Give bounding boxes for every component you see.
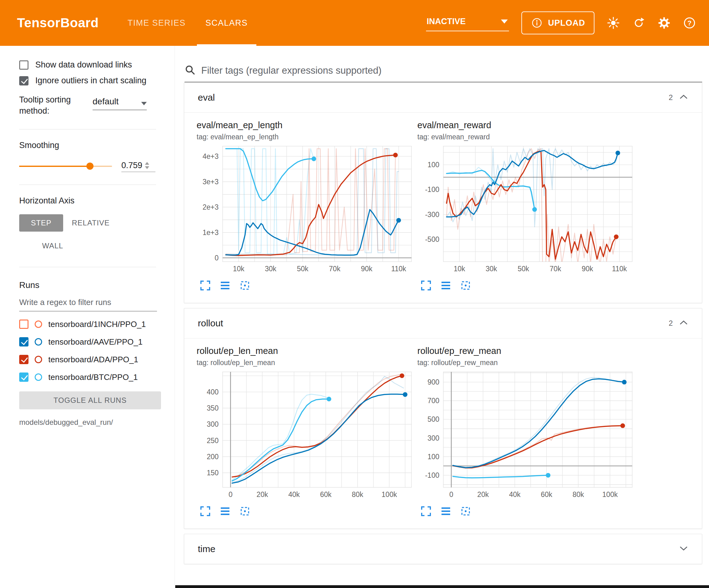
status-label: INACTIVE (427, 17, 466, 26)
tag-filter-field[interactable] (185, 65, 702, 82)
show-download-links-label: Show data download links (35, 60, 132, 70)
tag-filter-input[interactable] (201, 65, 702, 76)
help-icon[interactable]: ? (683, 17, 696, 29)
tooltip-sorting-dropdown[interactable]: default (93, 97, 147, 110)
runs-selector-icon[interactable] (219, 506, 231, 517)
svg-text:300: 300 (207, 420, 218, 428)
run-color-swatch (35, 338, 42, 346)
smoothing-stepper[interactable] (145, 162, 149, 169)
svg-text:50k: 50k (518, 265, 529, 273)
section-header-eval[interactable]: eval 2 (184, 83, 702, 112)
tensorboard-app: TensorBoard TIME SERIES SCALARS INACTIVE… (0, 0, 709, 588)
chevron-up-icon[interactable] (679, 320, 688, 327)
show-download-links-checkbox[interactable] (19, 60, 28, 70)
tooltip-sorting-label: Tooltip sorting method: (19, 94, 80, 117)
line-chart-ep-rew-mean[interactable]: 020k40k60k80k100k-100100300500700900 (417, 370, 634, 503)
svg-text:2e+3: 2e+3 (203, 203, 218, 211)
svg-text:700: 700 (427, 397, 439, 405)
horizontal-axis-label: Horizontal Axis (19, 196, 175, 206)
chevron-up-icon[interactable] (679, 94, 688, 101)
svg-text:110k: 110k (391, 265, 406, 273)
svg-text:40k: 40k (509, 490, 521, 498)
refresh-icon[interactable] (632, 17, 645, 29)
section-header-time[interactable]: time (184, 534, 702, 564)
run-color-swatch (35, 374, 42, 381)
runs-selector-icon[interactable] (219, 280, 231, 291)
tab-time-series[interactable]: TIME SERIES (117, 0, 196, 46)
runs-selector-icon[interactable] (440, 280, 451, 291)
tooltip-sorting-row: Tooltip sorting method: default (19, 94, 175, 117)
line-chart-ep-len-mean[interactable]: 020k40k60k80k100k150200250300350400 (196, 370, 413, 503)
app-title: TensorBoard (17, 16, 105, 30)
axis-relative-button[interactable]: RELATIVE (63, 214, 118, 232)
axis-button-group: STEP RELATIVE (19, 214, 175, 232)
smoothing-input[interactable] (121, 161, 145, 170)
svg-text:-100: -100 (425, 471, 439, 479)
step-down-icon[interactable] (145, 166, 149, 169)
search-icon (185, 65, 196, 77)
line-chart-mean-ep-length[interactable]: 10k30k50k70k90k110k01e+32e+33e+34e+3 (196, 144, 413, 277)
svg-text:40k: 40k (288, 490, 300, 498)
run-row-aave[interactable]: tensorboard/AAVE/PPO_1 (19, 337, 175, 347)
fit-domain-icon[interactable] (460, 506, 471, 517)
svg-text:0: 0 (229, 490, 233, 498)
ignore-outliers-checkbox[interactable] (19, 76, 28, 85)
run-checkbox[interactable] (19, 373, 28, 382)
header-actions: INACTIVE UPLOAD (426, 11, 696, 34)
slider-thumb[interactable] (86, 162, 94, 170)
axis-wall-button[interactable]: WALL (33, 237, 72, 255)
run-label: tensorboard/AAVE/PPO_1 (48, 337, 142, 347)
svg-text:60k: 60k (320, 490, 332, 498)
svg-text:20k: 20k (477, 490, 489, 498)
chart-toolbar (200, 280, 415, 291)
axis-step-button[interactable]: STEP (19, 214, 63, 232)
runs-heading: Runs (19, 280, 175, 290)
chart-toolbar (200, 506, 415, 517)
runs-filter-input[interactable] (19, 298, 157, 311)
ignore-outliers-label: Ignore outliers in chart scaling (35, 76, 147, 85)
line-chart-mean-reward[interactable]: 10k30k50k70k90k110k100-100-300-500 (417, 144, 634, 277)
fit-domain-icon[interactable] (239, 506, 251, 517)
run-color-swatch (35, 356, 42, 363)
section-header-rollout[interactable]: rollout 2 (184, 308, 702, 338)
svg-text:90k: 90k (361, 265, 373, 273)
svg-text:10k: 10k (233, 265, 244, 273)
ignore-outliers-row[interactable]: Ignore outliers in chart scaling (19, 76, 175, 85)
svg-text:0: 0 (449, 490, 453, 498)
step-up-icon[interactable] (145, 162, 149, 165)
svg-text:3e+3: 3e+3 (203, 178, 218, 186)
run-row-1inch[interactable]: tensorboard/1INCH/PPO_1 (19, 319, 175, 329)
fit-domain-icon[interactable] (239, 280, 251, 291)
show-download-links-row[interactable]: Show data download links (19, 60, 175, 70)
divider (19, 129, 156, 129)
chart-block-mean-ep-length: eval/mean_ep_length tag: eval/mean_ep_le… (196, 120, 415, 291)
run-checkbox[interactable] (19, 355, 28, 364)
run-label: tensorboard/ADA/PPO_1 (48, 355, 138, 364)
run-color-swatch (35, 321, 42, 328)
svg-text:1e+3: 1e+3 (203, 229, 218, 236)
section-body-eval: eval/mean_ep_length tag: eval/mean_ep_le… (184, 112, 702, 303)
svg-text:110k: 110k (612, 265, 627, 273)
section-card-time: time (184, 534, 702, 564)
toggle-all-runs-button[interactable]: TOGGLE ALL RUNS (19, 391, 161, 409)
expand-chart-icon[interactable] (200, 506, 211, 517)
chevron-down-icon[interactable] (679, 545, 688, 553)
run-row-btc[interactable]: tensorboard/BTC/PPO_1 (19, 373, 175, 382)
tab-scalars[interactable]: SCALARS (196, 0, 258, 46)
runs-selector-icon[interactable] (440, 506, 451, 517)
chart-block-ep-len-mean: rollout/ep_len_mean tag: rollout/ep_len_… (196, 346, 415, 517)
smoothing-slider[interactable] (19, 165, 112, 167)
run-checkbox[interactable] (19, 319, 28, 329)
status-dropdown[interactable]: INACTIVE (426, 15, 509, 31)
brightness-icon[interactable] (607, 17, 620, 29)
fit-domain-icon[interactable] (460, 280, 471, 291)
upload-button[interactable]: UPLOAD (521, 11, 595, 34)
svg-text:100: 100 (427, 453, 439, 461)
main-content: eval 2 eval/mean_ep_length tag: eval/mea… (175, 46, 709, 588)
expand-chart-icon[interactable] (200, 280, 211, 291)
run-checkbox[interactable] (19, 337, 28, 347)
expand-chart-icon[interactable] (420, 280, 431, 291)
expand-chart-icon[interactable] (420, 506, 431, 517)
settings-gear-icon[interactable] (658, 17, 671, 29)
run-row-ada[interactable]: tensorboard/ADA/PPO_1 (19, 355, 175, 364)
